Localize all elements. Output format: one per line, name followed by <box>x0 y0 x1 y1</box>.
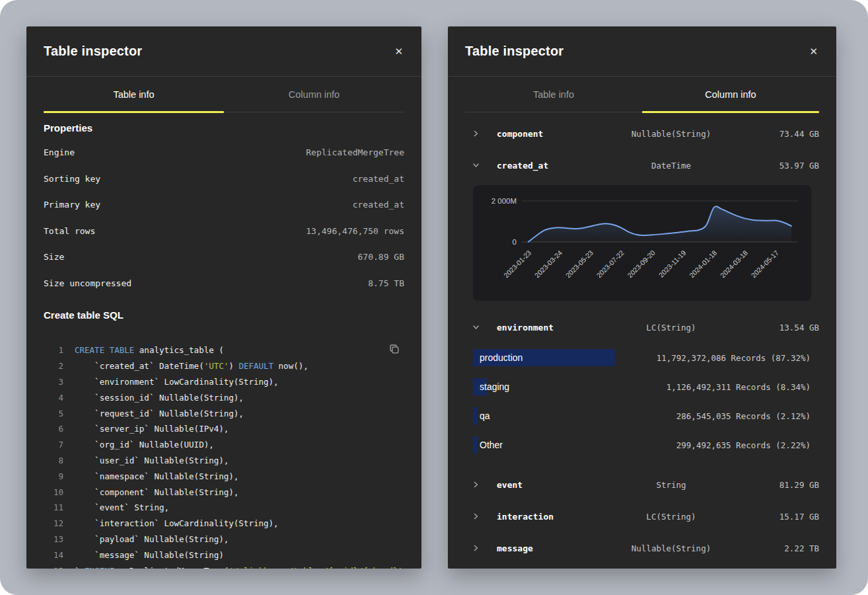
x-axis-label: 2024-01-18 <box>688 249 719 280</box>
breakdown-row-staging[interactable]: staging1,126,492,311 Records (8.34%) <box>473 372 811 401</box>
property-value: 8.75 TB <box>368 278 404 288</box>
column-rows: componentNullable(String)73.44 GBcreated… <box>465 118 819 564</box>
column-size: 2.22 TB <box>740 543 819 553</box>
modal-header: Table inspector ✕ <box>26 26 421 77</box>
close-icon[interactable]: ✕ <box>394 46 403 56</box>
sql-code-block: 1CREATE TABLE analytics_table (2 `create… <box>44 342 404 569</box>
sql-line: 11 `event` String, <box>44 500 404 516</box>
breakdown-records: 299,492,635 Records (2.22%) <box>676 440 811 450</box>
tab-bar: Table info Column info <box>44 77 404 112</box>
modal-title: Table inspector <box>44 44 142 59</box>
breakdown-label: qa <box>473 411 490 421</box>
column-type: Nullable(String) <box>602 543 740 553</box>
column-name: interaction <box>497 512 602 522</box>
column-type: DateTime <box>602 161 740 171</box>
sql-line-text: `org_id` Nullable(UUID), <box>75 440 214 450</box>
modal-title: Table inspector <box>465 44 563 59</box>
breakdown-row-production[interactable]: production11,792,372,086 Records (87.32%… <box>473 343 811 372</box>
breakdown-row-other[interactable]: Other299,492,635 Records (2.22%) <box>473 430 811 459</box>
column-size: 15.17 GB <box>740 512 819 522</box>
line-number: 1 <box>44 345 63 355</box>
sql-line-text: `user_id` Nullable(String), <box>75 456 229 465</box>
x-axis-label: 2024-03-18 <box>719 249 750 280</box>
chevron-right-icon <box>465 130 497 138</box>
sql-line-text: `session_id` Nullable(String), <box>75 393 244 403</box>
table-info-content: Properties EngineReplicatedMergeTreeSort… <box>26 122 421 569</box>
property-value: created_at <box>353 200 404 210</box>
sql-line: 1CREATE TABLE analytics_table ( <box>44 342 404 358</box>
property-label: Size <box>44 252 64 262</box>
column-type: Nullable(String) <box>602 129 740 139</box>
breakdown-records: 286,545,035 Records (2.12%) <box>676 411 811 421</box>
property-value: ReplicatedMergeTree <box>306 147 404 157</box>
line-number: 12 <box>44 518 63 528</box>
sql-line: 7 `org_id` Nullable(UUID), <box>44 437 404 453</box>
property-row: EngineReplicatedMergeTree <box>44 139 404 166</box>
column-row-environment[interactable]: environmentLC(String)13.54 GB <box>465 311 819 343</box>
column-row-event[interactable]: eventString81.29 GB <box>465 469 819 500</box>
column-info-content: componentNullable(String)73.44 GBcreated… <box>448 118 836 564</box>
sql-line-text: `server_ip` Nullable(IPv4), <box>75 424 229 434</box>
x-axis-label: 2023-03-24 <box>533 249 564 280</box>
line-number: 13 <box>44 534 63 544</box>
property-row: Sorting keycreated_at <box>44 166 404 192</box>
table-inspector-modal-right: Table inspector ✕ Table info Column info… <box>448 26 836 569</box>
sql-line-text: `request_id` Nullable(String), <box>75 409 244 418</box>
line-number: 14 <box>44 550 63 560</box>
property-value: 13,496,476,750 rows <box>306 226 404 236</box>
sql-line: 13 `payload` Nullable(String), <box>44 532 404 547</box>
column-type: String <box>602 480 740 490</box>
line-number: 4 <box>44 393 63 403</box>
sql-line: 9 `namespace` Nullable(String), <box>44 468 404 484</box>
property-label: Engine <box>44 147 75 157</box>
sql-line: 8 `user_id` Nullable(String), <box>44 453 404 469</box>
tab-table-info[interactable]: Table info <box>465 77 642 112</box>
x-axis-label: 2023-01-23 <box>502 249 533 280</box>
x-axis-label: 2023-09-20 <box>626 249 657 280</box>
line-number: 5 <box>44 409 63 418</box>
tab-bar: Table info Column info <box>465 77 819 112</box>
column-name: component <box>497 129 602 139</box>
environment-breakdown: production11,792,372,086 Records (87.32%… <box>473 343 811 459</box>
sql-line: 15) ENGINE = ReplicatedMergeTree('/click… <box>44 563 404 569</box>
breakdown-label: production <box>473 352 523 363</box>
tab-column-info[interactable]: Column info <box>224 77 404 112</box>
sql-line-text: `environment` LowCardinality(String), <box>75 377 279 387</box>
column-row-component[interactable]: componentNullable(String)73.44 GB <box>465 118 819 149</box>
property-value: 670.89 GB <box>358 252 404 262</box>
sql-line-text: `component` Nullable(String), <box>75 487 238 497</box>
chevron-down-icon <box>465 161 497 169</box>
tab-column-info[interactable]: Column info <box>642 77 819 112</box>
line-number: 15 <box>44 566 63 569</box>
y-axis-label-max: 2 000M <box>491 197 517 205</box>
sql-line-text: CREATE TABLE analytics_table ( <box>75 345 224 355</box>
sql-line: 2 `created_at` DateTime('UTC') DEFAULT n… <box>44 358 404 374</box>
tab-table-info[interactable]: Table info <box>44 77 224 112</box>
line-number: 9 <box>44 471 63 481</box>
create-table-sql-heading: Create table SQL <box>44 309 404 321</box>
column-row-created_at[interactable]: created_atDateTime53.97 GB <box>465 149 819 181</box>
line-number: 11 <box>44 502 63 512</box>
line-number: 3 <box>44 377 63 387</box>
screenshot-canvas: Table inspector ✕ Table info Column info… <box>0 0 868 595</box>
breakdown-records: 11,792,372,086 Records (87.32%) <box>657 353 811 363</box>
modal-header: Table inspector ✕ <box>448 26 836 77</box>
breakdown-row-qa[interactable]: qa286,545,035 Records (2.12%) <box>473 401 811 430</box>
sql-line: 3 `environment` LowCardinality(String), <box>44 374 404 390</box>
table-inspector-modal-left: Table inspector ✕ Table info Column info… <box>26 26 421 569</box>
column-row-interaction[interactable]: interactionLC(String)15.17 GB <box>465 500 819 532</box>
column-row-message[interactable]: messageNullable(String)2.22 TB <box>465 532 819 564</box>
close-icon[interactable]: ✕ <box>809 46 818 56</box>
property-row: Size uncompressed8.75 TB <box>44 270 404 297</box>
chevron-right-icon <box>465 512 497 520</box>
sql-line-text: `created_at` DateTime('UTC') DEFAULT now… <box>75 361 308 371</box>
copy-icon[interactable] <box>386 341 402 358</box>
chart-area-fill <box>528 206 791 242</box>
sql-line: 5 `request_id` Nullable(String), <box>44 405 404 421</box>
property-row: Size670.89 GB <box>44 244 404 270</box>
properties-heading: Properties <box>44 122 404 134</box>
breakdown-label: staging <box>473 381 509 392</box>
sql-line: 4 `session_id` Nullable(String), <box>44 389 404 405</box>
line-number: 6 <box>44 424 63 434</box>
column-size: 13.54 GB <box>740 323 819 333</box>
